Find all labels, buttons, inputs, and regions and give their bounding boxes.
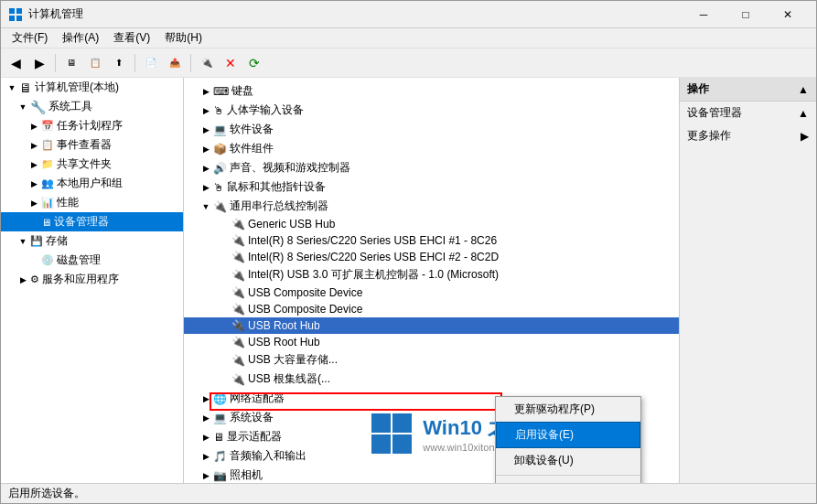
- label-hid: 人体学输入设备: [227, 102, 304, 118]
- menu-action[interactable]: 操作(A): [55, 28, 106, 48]
- right-panel-devmgr[interactable]: 设备管理器 ▲: [680, 102, 816, 124]
- status-text: 启用所选设备。: [8, 486, 85, 501]
- label-intel-ehci2: Intel(R) 8 Series/C220 Series USB EHCI #…: [248, 251, 499, 263]
- icon-usb-mass: 🔌: [231, 354, 245, 367]
- dev-usb-root-hub2[interactable]: 🔌 USB Root Hub: [184, 334, 679, 350]
- label-users: 本地用户和组: [57, 176, 123, 191]
- arrow-event: ▶: [27, 141, 41, 150]
- dev-hid[interactable]: ▶ 🖱 人体学输入设备: [184, 101, 679, 120]
- ctx-scan[interactable]: 扫描检测硬件改动(A): [496, 477, 640, 483]
- menu-bar: 文件(F) 操作(A) 查看(V) 帮助(H): [1, 28, 816, 48]
- dev-mouse[interactable]: ▶ 🖱 鼠标和其他指针设备: [184, 177, 679, 197]
- toolbar: ◀ ▶ 🖥 📋 ⬆ 📄 📤 🔌 ✕ ⟳: [1, 48, 816, 78]
- svg-rect-1: [16, 8, 22, 14]
- toolbar-btn2[interactable]: 📋: [84, 52, 106, 74]
- label-usb: 通用串行总线控制器: [230, 198, 328, 214]
- label-svcapp: 服务和应用程序: [42, 272, 119, 287]
- left-tree-item-event[interactable]: ▶ 📋 事件查看器: [1, 135, 183, 155]
- icon-audio: 🎵: [213, 450, 227, 463]
- svg-rect-5: [392, 413, 412, 433]
- icon-storage: 💾: [30, 235, 43, 247]
- arrow-shared: ▶: [27, 160, 41, 169]
- toolbar-btn6[interactable]: 🔌: [196, 52, 218, 74]
- label-root: 计算机管理(本地): [35, 80, 119, 95]
- label-perf: 性能: [57, 195, 79, 210]
- toolbar-btn1[interactable]: 🖥: [60, 52, 82, 74]
- left-tree-item-root[interactable]: ▼ 🖥 计算机管理(本地): [1, 78, 183, 97]
- right-panel-devmgr-label: 设备管理器: [687, 105, 742, 121]
- icon-keyboard: ⌨: [213, 85, 229, 98]
- arrow-root: ▼: [5, 83, 19, 92]
- left-panel: ▼ 🖥 计算机管理(本地) ▼ 🔧 系统工具 ▶ 📅 任务计划程序 ▶ 📋 事件…: [1, 78, 184, 483]
- menu-help[interactable]: 帮助(H): [157, 28, 210, 48]
- svg-rect-6: [371, 434, 391, 454]
- label-swdev: 软件设备: [230, 122, 274, 137]
- left-tree-item-shared[interactable]: ▶ 📁 共享文件夹: [1, 155, 183, 174]
- toolbar-btn4[interactable]: 📄: [140, 52, 162, 74]
- icon-shared: 📁: [41, 158, 54, 170]
- right-panel-devmgr-arrow: ▲: [798, 107, 809, 120]
- dev-usb-composite1[interactable]: 🔌 USB Composite Device: [184, 284, 679, 301]
- toolbar-btn3[interactable]: ⬆: [108, 52, 130, 74]
- dev-generic-hub[interactable]: 🔌 Generic USB Hub: [184, 216, 679, 232]
- context-menu: 更新驱动程序(P) 启用设备(E) 卸载设备(U) 扫描检测硬件改动(A) 属性…: [495, 396, 641, 483]
- toolbar-back[interactable]: ◀: [5, 52, 27, 74]
- status-bar: 启用所选设备。: [1, 483, 816, 503]
- dev-usb-root3[interactable]: 🔌 USB 根集线器(...: [184, 370, 679, 389]
- dev-usb-root-hub1[interactable]: 🔌 USB Root Hub: [184, 317, 679, 334]
- toolbar-delete[interactable]: ✕: [220, 52, 242, 74]
- icon-mouse: 🖱: [213, 181, 224, 194]
- title-bar: 计算机管理 ─ □ ✕: [1, 1, 816, 28]
- dev-intel-ehci1[interactable]: 🔌 Intel(R) 8 Series/C220 Series USB EHCI…: [184, 232, 679, 249]
- left-tree-item-storage[interactable]: ▼ 💾 存储: [1, 231, 183, 251]
- left-tree-item-devmgr[interactable]: 🖥 设备管理器: [1, 212, 183, 231]
- dev-intel-usb3[interactable]: 🔌 Intel(R) USB 3.0 可扩展主机控制器 - 1.0 (Micro…: [184, 265, 679, 284]
- arrow-usb: ▼: [199, 202, 213, 211]
- toolbar-forward[interactable]: ▶: [28, 52, 50, 74]
- dev-usb-mass[interactable]: 🔌 USB 大容量存储...: [184, 350, 679, 370]
- toolbar-refresh[interactable]: ⟳: [243, 52, 265, 74]
- windows-logo: [370, 412, 414, 456]
- label-usb-composite2: USB Composite Device: [248, 303, 362, 316]
- title-buttons: ─ □ ✕: [683, 1, 809, 28]
- left-tree-item-disk[interactable]: 💿 磁盘管理: [1, 251, 183, 270]
- label-task: 任务计划程序: [57, 118, 123, 134]
- dev-keyboard[interactable]: ▶ ⌨ 键盘: [184, 81, 679, 101]
- label-devmgr: 设备管理器: [54, 214, 109, 230]
- menu-view[interactable]: 查看(V): [106, 28, 157, 48]
- left-tree-item-svcapp[interactable]: ▶ ⚙ 服务和应用程序: [1, 270, 183, 289]
- arrow-users: ▶: [27, 179, 41, 188]
- right-panel-arrow: ▲: [798, 83, 809, 96]
- dev-sound[interactable]: ▶ 🔊 声音、视频和游戏控制器: [184, 158, 679, 177]
- label-network: 网络适配器: [230, 391, 285, 406]
- toolbar-btn5[interactable]: 📤: [164, 52, 186, 74]
- dev-swdev[interactable]: ▶ 💻 软件设备: [184, 120, 679, 139]
- close-button[interactable]: ✕: [767, 1, 809, 28]
- dev-swcomp[interactable]: ▶ 📦 软件组件: [184, 139, 679, 158]
- ctx-enable-device[interactable]: 启用设备(E): [496, 422, 640, 448]
- icon-sys: 🔧: [30, 100, 46, 114]
- minimize-button[interactable]: ─: [683, 1, 725, 28]
- dev-intel-ehci2[interactable]: 🔌 Intel(R) 8 Series/C220 Series USB EHCI…: [184, 249, 679, 265]
- label-shared: 共享文件夹: [57, 156, 112, 172]
- left-tree-item-sys[interactable]: ▼ 🔧 系统工具: [1, 97, 183, 116]
- label-usb-root3: USB 根集线器(...: [248, 371, 330, 387]
- ctx-sep1: [496, 475, 640, 476]
- icon-users: 👥: [41, 177, 54, 189]
- ctx-update-driver[interactable]: 更新驱动程序(P): [496, 397, 640, 422]
- label-keyboard: 键盘: [231, 83, 253, 99]
- main-window: 计算机管理 ─ □ ✕ 文件(F) 操作(A) 查看(V) 帮助(H) ◀ ▶ …: [0, 0, 817, 504]
- arrow-perf: ▶: [27, 198, 41, 208]
- left-tree-item-task[interactable]: ▶ 📅 任务计划程序: [1, 116, 183, 135]
- right-panel-more[interactable]: 更多操作 ▶: [680, 124, 816, 147]
- menu-file[interactable]: 文件(F): [5, 28, 55, 48]
- dev-usb-controller[interactable]: ▼ 🔌 通用串行总线控制器: [184, 197, 679, 216]
- icon-camera: 📷: [213, 469, 227, 482]
- left-tree-item-perf[interactable]: ▶ 📊 性能: [1, 193, 183, 212]
- ctx-uninstall[interactable]: 卸载设备(U): [496, 448, 640, 473]
- dev-usb-composite2[interactable]: 🔌 USB Composite Device: [184, 301, 679, 317]
- label-generic-hub: Generic USB Hub: [248, 218, 335, 231]
- maximize-button[interactable]: □: [725, 1, 767, 28]
- arrow-swcomp: ▶: [199, 145, 213, 154]
- left-tree-item-users[interactable]: ▶ 👥 本地用户和组: [1, 174, 183, 193]
